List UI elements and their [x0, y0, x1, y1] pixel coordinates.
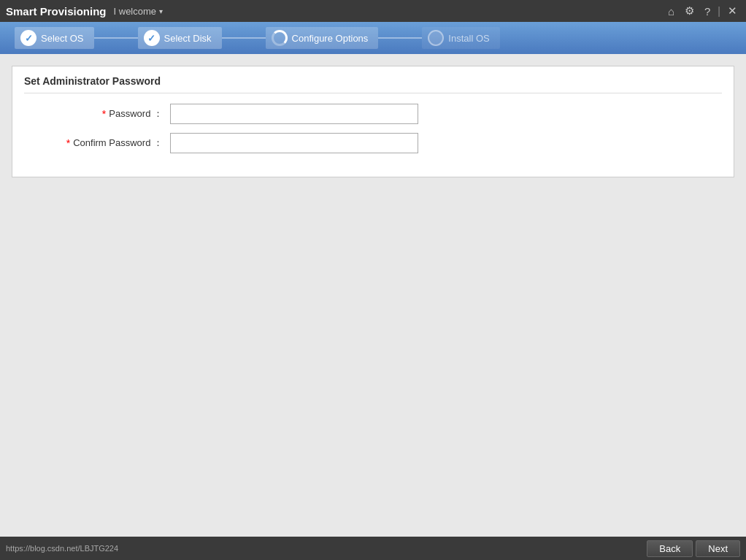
- connector-2: [222, 37, 266, 39]
- step-install-os: Install OS: [422, 27, 499, 49]
- wizard-steps-bar: ✓ Select OS ✓ Select Disk Configure Opti…: [0, 22, 746, 54]
- bottom-bar: https://blog.csdn.net/LBJTG224 Back Next: [0, 537, 746, 560]
- form-section: Set Administrator Password * Password ： …: [12, 66, 734, 177]
- password-input[interactable]: [170, 104, 418, 124]
- step-configure-options: Configure Options: [266, 27, 423, 49]
- confirm-password-input[interactable]: [170, 133, 418, 153]
- password-required-marker: *: [102, 108, 106, 120]
- next-button[interactable]: Next: [696, 540, 740, 557]
- status-url: https://blog.csdn.net/LBJTG224: [6, 544, 118, 553]
- form-section-title: Set Administrator Password: [24, 75, 722, 93]
- step-label-select-os: Select OS: [41, 33, 84, 44]
- step-label-install-os: Install OS: [448, 33, 489, 44]
- password-label: * Password ：: [24, 107, 170, 120]
- separator: |: [718, 5, 720, 17]
- step-label-select-disk: Select Disk: [164, 33, 212, 44]
- step-select-disk: ✓ Select Disk: [138, 27, 266, 49]
- help-icon[interactable]: ?: [701, 4, 713, 19]
- step-pill-configure-options: Configure Options: [266, 27, 379, 49]
- password-label-text: Password ：: [109, 107, 163, 120]
- back-button[interactable]: Back: [647, 540, 693, 557]
- username-label: I welcome: [114, 6, 157, 17]
- nav-buttons: Back Next: [647, 540, 740, 557]
- titlebar-left: Smart Provisioning I welcome ▾: [6, 5, 163, 18]
- pending-icon-install-os: [428, 30, 444, 46]
- spinner-icon-configure-options: [272, 30, 288, 46]
- confirm-password-row: * Confirm Password ：: [24, 133, 722, 153]
- main-content: Set Administrator Password * Password ： …: [0, 54, 746, 537]
- step-select-os: ✓ Select OS: [15, 27, 138, 49]
- connector-1: [94, 37, 138, 39]
- confirm-password-required-marker: *: [66, 137, 70, 149]
- titlebar-icons: ⌂ ⚙ ? | ✕: [665, 3, 740, 19]
- step-pill-select-disk: ✓ Select Disk: [138, 27, 222, 49]
- chevron-down-icon: ▾: [159, 7, 163, 15]
- user-menu[interactable]: I welcome ▾: [114, 6, 164, 17]
- confirm-password-label-text: Confirm Password ：: [73, 137, 163, 150]
- close-icon[interactable]: ✕: [725, 3, 740, 19]
- step-label-configure-options: Configure Options: [292, 33, 369, 44]
- check-icon-select-os: ✓: [20, 30, 36, 46]
- connector-3: [378, 37, 422, 39]
- confirm-password-label: * Confirm Password ：: [24, 137, 170, 150]
- password-row: * Password ：: [24, 104, 722, 124]
- home-icon[interactable]: ⌂: [665, 4, 677, 19]
- step-pill-select-os: ✓ Select OS: [15, 27, 94, 49]
- app-title: Smart Provisioning: [6, 5, 107, 18]
- settings-icon[interactable]: ⚙: [682, 3, 697, 19]
- titlebar: Smart Provisioning I welcome ▾ ⌂ ⚙ ? | ✕: [0, 0, 746, 22]
- steps-container: ✓ Select OS ✓ Select Disk Configure Opti…: [15, 27, 731, 49]
- step-pill-install-os: Install OS: [422, 27, 499, 49]
- check-icon-select-disk: ✓: [144, 30, 160, 46]
